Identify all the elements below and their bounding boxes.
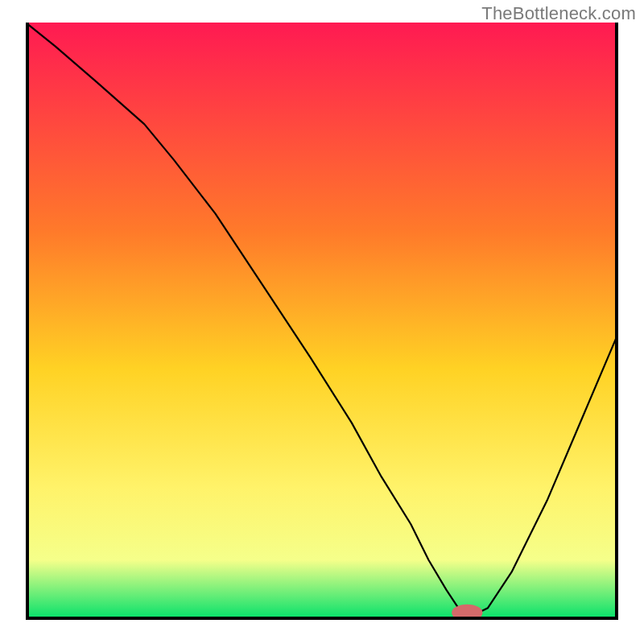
plot-svg (26, 23, 618, 620)
plot-area (26, 23, 618, 620)
watermark-label: TheBottleneck.com (481, 3, 636, 24)
chart-stage: TheBottleneck.com (0, 0, 644, 644)
gradient-background (26, 23, 618, 620)
